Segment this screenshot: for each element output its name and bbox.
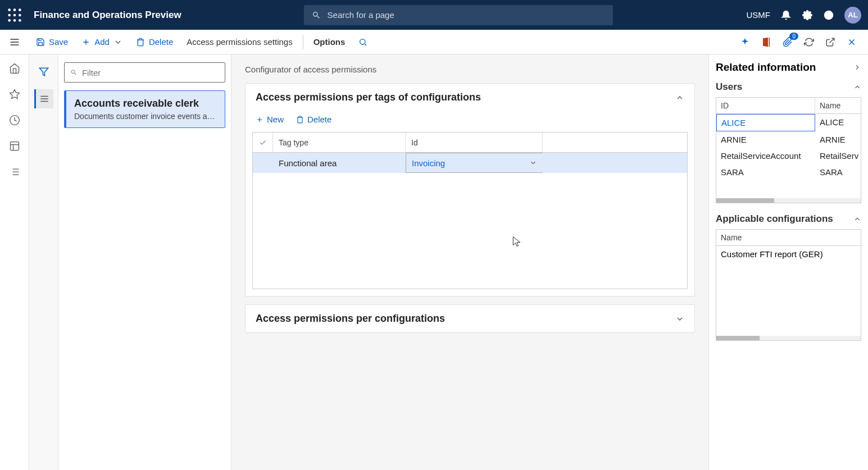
svg-point-4: [13, 13, 16, 16]
grid-select-all[interactable]: [253, 133, 273, 152]
cell-id-dropdown[interactable]: Invoicing: [406, 153, 543, 173]
company-picker[interactable]: USMF: [747, 10, 771, 20]
svg-point-1: [13, 8, 16, 11]
list-item-desc: Documents customer invoice events and …: [74, 112, 217, 121]
app-title: Finance and Operations Preview: [34, 10, 181, 21]
chevron-up-icon[interactable]: [853, 215, 861, 223]
svg-point-2: [19, 8, 21, 11]
search-placeholder: Search for a page: [328, 10, 394, 20]
global-header: Finance and Operations Preview Search fo…: [0, 0, 868, 30]
action-bar: Save Add Delete Access permissions setti…: [0, 30, 868, 54]
chevron-down-icon: [675, 314, 684, 323]
users-row[interactable]: SARASARA: [716, 164, 861, 180]
section-tags-header[interactable]: Access permissions per tags of configura…: [246, 84, 694, 111]
app-launcher-button[interactable]: [7, 7, 22, 23]
notifications-button[interactable]: [780, 10, 792, 21]
chevron-up-icon[interactable]: [853, 83, 861, 91]
grid-new-button[interactable]: New: [251, 112, 288, 126]
configs-section-title: Applicable configurations: [716, 213, 833, 225]
list-mode-rail: [29, 54, 58, 470]
svg-point-7: [13, 19, 16, 22]
attachments-button[interactable]: 0: [780, 35, 795, 49]
save-icon: [36, 38, 45, 47]
list-mode-button[interactable]: [34, 89, 53, 108]
related-title: Related information: [716, 61, 816, 74]
user-avatar[interactable]: AL: [844, 7, 861, 24]
grid-row[interactable]: Functional area Invoicing: [253, 153, 687, 173]
svg-point-8: [19, 19, 21, 22]
plus-icon: [256, 116, 263, 124]
nav-recent[interactable]: [8, 114, 21, 126]
users-row[interactable]: ARNIEARNIE: [716, 131, 861, 148]
svg-point-0: [8, 8, 11, 11]
users-row[interactable]: ALICEALICE: [716, 114, 861, 131]
search-icon: [312, 11, 321, 20]
configs-scrollbar[interactable]: [716, 336, 861, 340]
list-item[interactable]: Accounts receivable clerk Documents cust…: [64, 90, 225, 128]
section-tags: Access permissions per tags of configura…: [245, 83, 695, 296]
search-icon: [358, 38, 367, 47]
users-scrollbar[interactable]: [716, 198, 861, 203]
trash-icon: [296, 116, 304, 124]
list-item-title: Accounts receivable clerk: [74, 98, 217, 109]
chevron-down-icon: [529, 159, 537, 167]
col-tag-type[interactable]: Tag type: [273, 133, 406, 152]
options-tab[interactable]: Options: [307, 30, 352, 54]
chevron-up-icon: [675, 93, 684, 102]
access-settings-tab[interactable]: Access permissions settings: [180, 30, 299, 54]
delete-button[interactable]: Delete: [129, 30, 180, 54]
users-col-id[interactable]: ID: [716, 98, 815, 113]
separator: [303, 35, 303, 49]
svg-point-6: [8, 19, 11, 22]
popout-button[interactable]: [823, 35, 838, 49]
chevron-down-icon: [113, 38, 122, 47]
nav-modules[interactable]: [8, 166, 21, 178]
help-button[interactable]: [823, 10, 834, 21]
search-icon: [70, 69, 78, 76]
trash-icon: [136, 38, 145, 47]
list-panel: Accounts receivable clerk Documents cust…: [58, 54, 231, 470]
users-section-title: Users: [716, 81, 742, 93]
nav-home[interactable]: [8, 62, 21, 75]
configs-grid: Name Customer FTI report (GER): [716, 229, 861, 341]
users-grid: ID Name ALICEALICEARNIEARNIERetailServic…: [716, 97, 861, 203]
users-col-name[interactable]: Name: [815, 98, 861, 113]
configs-row[interactable]: Customer FTI report (GER): [716, 246, 861, 262]
svg-rect-13: [10, 142, 19, 150]
refresh-button[interactable]: [802, 35, 816, 49]
list-filter-input[interactable]: [64, 62, 225, 83]
close-button[interactable]: [844, 35, 859, 49]
col-id[interactable]: Id: [406, 133, 543, 152]
refresh-icon: [804, 37, 814, 47]
configs-col-name[interactable]: Name: [716, 230, 861, 245]
filter-mode-button[interactable]: [34, 62, 53, 81]
svg-point-3: [8, 13, 11, 16]
page-title: Configurator of access permissions: [245, 65, 695, 74]
chevron-right-icon[interactable]: [853, 63, 861, 71]
office-button[interactable]: [759, 35, 774, 49]
add-button[interactable]: Add: [75, 30, 129, 54]
global-search-input[interactable]: Search for a page: [304, 5, 613, 25]
nav-favorites[interactable]: [8, 88, 21, 101]
section-configs-header[interactable]: Access permissions per configurations: [246, 305, 694, 332]
settings-button[interactable]: [802, 10, 813, 21]
tags-grid: Tag type Id Functional area Invoicing: [252, 132, 688, 289]
page-search-button[interactable]: [352, 30, 374, 54]
related-panel: Related information Users ID Name ALICEA…: [708, 54, 868, 470]
svg-point-11: [360, 39, 365, 44]
nav-toggle-button[interactable]: [0, 36, 29, 48]
copilot-button[interactable]: [738, 35, 752, 49]
svg-point-5: [19, 13, 21, 16]
section-configs: Access permissions per configurations: [245, 304, 695, 333]
cell-tag-type[interactable]: Functional area: [273, 153, 406, 173]
popout-icon: [825, 37, 835, 47]
grid-delete-button[interactable]: Delete: [292, 112, 336, 126]
close-icon: [847, 37, 857, 47]
nav-workspaces[interactable]: [8, 140, 21, 152]
attachments-count: 0: [789, 33, 798, 40]
users-row[interactable]: RetailServiceAccountRetailServ: [716, 148, 861, 164]
main-content: Configurator of access permissions Acces…: [231, 54, 708, 470]
nav-rail: [0, 54, 29, 470]
plus-icon: [81, 38, 90, 47]
save-button[interactable]: Save: [29, 30, 75, 54]
